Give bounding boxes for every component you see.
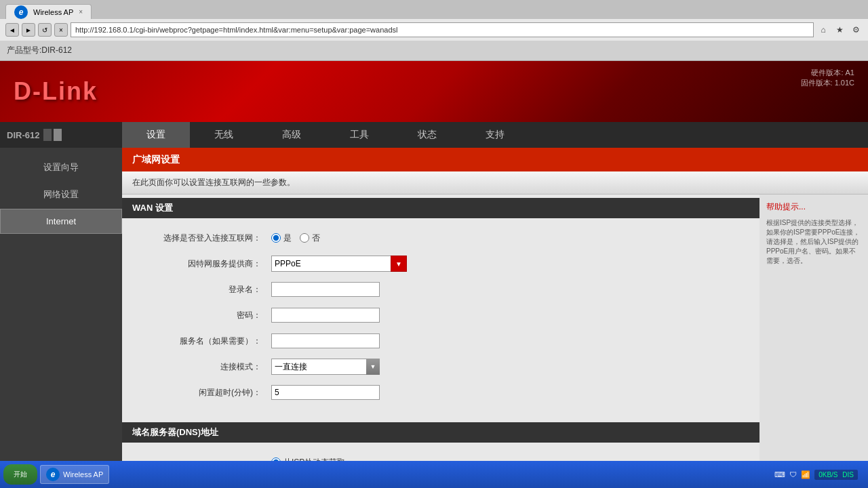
form-row-connect: 选择是否登入连接互联网： 是 否 <box>136 228 746 247</box>
idle-timeout-label: 闲置超时(分钟)： <box>136 387 271 399</box>
description-bar: 在此页面你可以设置连接互联网的一些参数。 <box>122 171 868 195</box>
form-row-connection-mode: 连接模式： 一直连接 ▼ <box>136 357 746 376</box>
tools-icon[interactable]: ⚙ <box>849 23 863 37</box>
nav-tab-support[interactable]: 支持 <box>461 122 529 148</box>
form-row-service-name: 服务名（如果需要）： <box>136 331 746 350</box>
form-row-username: 登录名： <box>136 280 746 299</box>
sidebar-nav: 设置向导 网络设置 Internet <box>0 148 122 241</box>
help-panel: 帮助提示... 根据ISP提供的连接类型选择，如果你的ISP需要PPPoE连接，… <box>760 195 868 488</box>
taskbar-ie-icon: e <box>46 468 60 481</box>
service-name-label: 服务名（如果需要）： <box>136 336 271 347</box>
header-firmware-info: 硬件版本: A1 固件版本: 1.01C <box>801 68 854 88</box>
nav-tab-setup[interactable]: 设置 <box>122 122 190 148</box>
service-name-control <box>271 333 380 348</box>
firmware-hw-version: 硬件版本: A1 <box>801 68 854 78</box>
taskbar-right: ⌨ 🛡 📶 0KB/S DIS <box>774 470 865 480</box>
radio-no-input[interactable] <box>300 233 309 243</box>
password-control <box>271 308 380 323</box>
stop-button[interactable]: × <box>54 23 68 37</box>
sidebar-item-network-setup-label: 网络设置 <box>43 189 79 199</box>
idle-timeout-control <box>271 385 380 400</box>
isp-select-arrow-icon[interactable]: ▼ <box>391 256 407 272</box>
browser-icons: ⌂ ★ ⚙ <box>816 23 863 37</box>
sidebar-item-setup-wizard[interactable]: 设置向导 <box>0 155 122 180</box>
wan-section-header: WAN 设置 <box>122 198 760 218</box>
radio-yes-input[interactable] <box>271 233 281 243</box>
nav-tab-advanced-label: 高级 <box>282 129 301 141</box>
start-button[interactable]: 开始 <box>3 464 37 485</box>
router-wrapper: 产品型号:DIR-612 D-Link 硬件版本: A1 固件版本: 1.01C… <box>0 41 868 488</box>
wan-section-title: WAN 设置 <box>132 203 173 213</box>
service-name-input[interactable] <box>271 333 380 348</box>
network-speed-value2: DIS <box>842 471 854 479</box>
isp-label: 因特网服务提供商： <box>136 258 271 270</box>
isp-select-wrapper[interactable]: PPPoE ▼ <box>271 256 407 272</box>
radio-yes-label: 是 <box>283 232 292 244</box>
systray-security-icon: 🛡 <box>789 470 797 479</box>
radio-no-label: 否 <box>312 232 320 244</box>
help-text: 根据ISP提供的连接类型选择，如果你的ISP需要PPPoE连接，请选择是，然后输… <box>766 218 861 266</box>
radio-yes-option[interactable]: 是 <box>271 232 292 244</box>
sidebar-item-network-setup[interactable]: 网络设置 <box>0 182 122 207</box>
page-header-bar: 广域网设置 <box>122 148 868 171</box>
form-row-password: 密码： <box>136 306 746 325</box>
form-row-idle-timeout: 闲置超时(分钟)： <box>136 383 746 402</box>
connection-mode-select[interactable]: 一直连接 <box>271 359 380 375</box>
tabs-indicator <box>43 129 62 141</box>
forward-button[interactable]: ► <box>22 23 35 37</box>
home-icon[interactable]: ⌂ <box>816 23 830 37</box>
top-navigation-area: DIR-612 设置 无线 高级 工具 状态 支持 <box>0 122 868 148</box>
sidebar-item-internet-label: Internet <box>46 216 76 226</box>
taskbar-window-title: Wireless AP <box>63 470 103 479</box>
systray-keyboard-icon: ⌨ <box>774 470 785 479</box>
password-label: 密码： <box>136 310 271 321</box>
tab-close-button[interactable]: × <box>79 8 83 16</box>
username-input[interactable] <box>271 282 380 297</box>
dns-section-header: 域名服务器(DNS)地址 <box>122 422 760 443</box>
password-input[interactable] <box>271 308 380 323</box>
taskbar-window-item[interactable]: e Wireless AP <box>40 465 109 484</box>
refresh-button[interactable]: ↺ <box>38 23 52 37</box>
tab-title: Wireless AP <box>33 8 73 16</box>
main-content-scroll: WAN 设置 选择是否登入连接互联网： 是 <box>122 195 760 488</box>
firmware-fw-version: 固件版本: 1.01C <box>801 78 854 88</box>
start-button-label: 开始 <box>14 470 27 479</box>
page-description: 在此页面你可以设置连接互联网的一些参数。 <box>132 178 295 187</box>
content-area: 广域网设置 在此页面你可以设置连接互联网的一些参数。 WAN 设置 选择是否登入… <box>122 148 868 488</box>
sidebar-item-internet[interactable]: Internet <box>0 209 122 234</box>
isp-select-value: PPPoE <box>275 259 301 268</box>
isp-select-display[interactable]: PPPoE <box>271 256 407 272</box>
model-label-area: DIR-612 <box>0 122 122 148</box>
username-control <box>271 282 380 297</box>
router-body: 设置向导 网络设置 Internet 广域网设置 在此页面你可以设置连接互联网的… <box>0 148 868 488</box>
dlink-logo: D-Link <box>14 77 98 106</box>
main-with-help: WAN 设置 选择是否登入连接互联网： 是 <box>122 195 868 488</box>
connection-mode-select-wrapper[interactable]: 一直连接 ▼ <box>271 359 380 375</box>
address-bar[interactable]: http://192.168.0.1/cgi-bin/webproc?getpa… <box>71 22 814 37</box>
nav-tab-wireless[interactable]: 无线 <box>190 122 258 148</box>
nav-tab-tools[interactable]: 工具 <box>326 122 393 148</box>
username-label: 登录名： <box>136 284 271 296</box>
model-label: DIR-612 <box>7 130 39 140</box>
radio-no-option[interactable]: 否 <box>300 232 320 244</box>
browser-tabs: e Wireless AP × <box>0 0 868 19</box>
browser-toolbar: ◄ ► ↺ × http://192.168.0.1/cgi-bin/webpr… <box>0 19 868 41</box>
connect-internet-control: 是 否 <box>271 232 320 244</box>
router-title: 产品型号:DIR-612 <box>7 45 72 56</box>
nav-tab-advanced[interactable]: 高级 <box>258 122 326 148</box>
dns-section-title: 域名服务器(DNS)地址 <box>132 427 218 437</box>
nav-tab-status[interactable]: 状态 <box>393 122 461 148</box>
favorites-icon[interactable]: ★ <box>833 23 846 37</box>
sidebar: 设置向导 网络设置 Internet <box>0 148 122 488</box>
tab-indicator-2 <box>54 129 62 141</box>
back-button[interactable]: ◄ <box>5 23 19 37</box>
tab-ie-icon: e <box>14 5 28 19</box>
help-title: 帮助提示... <box>766 201 861 213</box>
isp-control: PPPoE ▼ <box>271 256 407 272</box>
browser-tab[interactable]: e Wireless AP × <box>5 4 92 19</box>
browser-chrome: e Wireless AP × ◄ ► ↺ × http://192.168.0… <box>0 0 868 41</box>
nav-tab-tools-label: 工具 <box>350 129 369 141</box>
idle-timeout-input[interactable] <box>271 385 380 400</box>
connection-mode-control: 一直连接 ▼ <box>271 359 380 375</box>
connect-internet-label: 选择是否登入连接互联网： <box>136 232 271 244</box>
